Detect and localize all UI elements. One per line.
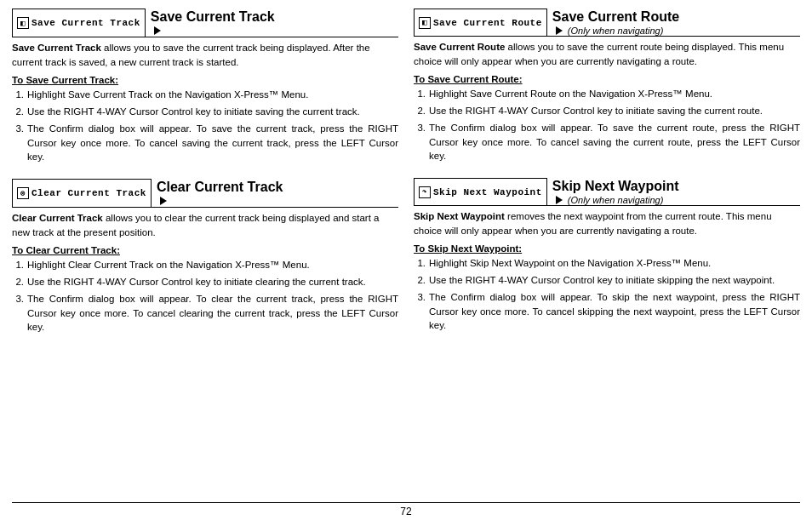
skip-waypoint-subsection-title: To Skip Next Waypoint: — [414, 243, 800, 254]
step-num: 2. — [414, 273, 426, 287]
clear-track-steps: 1. Highlight Clear Current Track on the … — [12, 258, 398, 334]
step-num: 2. — [12, 275, 24, 289]
page: ◧ Save Current Track Save Current Track … — [0, 0, 812, 526]
step-text: Highlight Save Current Route on the Navi… — [429, 87, 800, 100]
skip-waypoint-intro: Skip Next Waypoint removes the next wayp… — [414, 209, 800, 237]
skip-waypoint-step-1: 1. Highlight Skip Next Waypoint on the N… — [414, 256, 800, 270]
step-text: Use the RIGHT 4-WAY Cursor Control key t… — [429, 104, 800, 117]
skip-waypoint-icon: ↷ — [419, 186, 431, 198]
skip-waypoint-arrow — [556, 196, 563, 204]
save-track-title-area: Save Current Track — [146, 9, 398, 37]
page-number: 72 — [400, 506, 411, 517]
save-route-title: Save Current Route — [552, 9, 800, 25]
step-num: 3. — [12, 122, 24, 163]
section-header-save-route: ◧ Save Current Route Save Current Route … — [414, 9, 800, 37]
step-text: The Confirm dialog box will appear. To s… — [429, 290, 800, 332]
save-track-step-1: 1. Highlight Save Current Track on the N… — [12, 88, 398, 101]
save-track-step-3: 3. The Confirm dialog box will appear. T… — [12, 122, 398, 163]
section-header-save-track: ◧ Save Current Track Save Current Track — [12, 9, 398, 37]
left-column: ◧ Save Current Track Save Current Track … — [12, 9, 398, 499]
clear-track-title: Clear Current Track — [157, 179, 398, 195]
save-route-arrow — [556, 26, 563, 35]
clear-track-arrow-row — [157, 195, 398, 207]
save-current-route-section: ◧ Save Current Route Save Current Route … — [414, 9, 800, 166]
clear-track-arrow — [160, 197, 167, 205]
step-num: 1. — [414, 256, 426, 270]
section-header-clear-track: ⊗ Clear Current Track Clear Current Trac… — [12, 179, 398, 208]
skip-waypoint-title-area: Skip Next Waypoint (Only when navigating… — [547, 178, 800, 206]
clear-track-title-area: Clear Current Track — [152, 179, 398, 208]
clear-current-track-section: ⊗ Clear Current Track Clear Current Trac… — [12, 179, 398, 337]
save-route-title-area: Save Current Route (Only when navigating… — [547, 9, 800, 37]
skip-waypoint-intro-bold: Skip Next Waypoint — [414, 211, 505, 221]
step-num: 2. — [12, 105, 24, 118]
step-num: 1. — [12, 88, 24, 101]
step-text: The Confirm dialog box will appear. To s… — [429, 121, 800, 163]
clear-track-intro-bold: Clear Current Track — [12, 213, 103, 223]
save-track-arrow-row — [151, 25, 398, 37]
save-route-step-1: 1. Highlight Save Current Route on the N… — [414, 87, 800, 100]
step-num: 3. — [12, 292, 24, 334]
save-track-icon: ◧ — [17, 17, 29, 29]
page-footer: 72 — [12, 502, 800, 519]
step-num: 1. — [12, 258, 24, 272]
clear-track-step-1: 1. Highlight Clear Current Track on the … — [12, 258, 398, 272]
skip-waypoint-step-2: 2. Use the RIGHT 4-WAY Cursor Control ke… — [414, 273, 800, 287]
step-num: 2. — [414, 104, 426, 117]
save-route-icon: ◧ — [419, 17, 431, 29]
clear-track-subsection-title: To Clear Current Track: — [12, 245, 398, 255]
save-route-step-2: 2. Use the RIGHT 4-WAY Cursor Control ke… — [414, 104, 800, 117]
save-track-badge-text: Save Current Track — [31, 18, 140, 28]
save-track-step-2: 2. Use the RIGHT 4-WAY Cursor Control ke… — [12, 105, 398, 118]
step-num: 3. — [414, 290, 426, 332]
step-text: Use the RIGHT 4-WAY Cursor Control key t… — [429, 273, 800, 287]
save-track-arrow — [154, 26, 161, 35]
clear-track-step-3: 3. The Confirm dialog box will appear. T… — [12, 292, 398, 334]
section-header-skip-waypoint: ↷ Skip Next Waypoint Skip Next Waypoint … — [414, 178, 800, 206]
skip-waypoint-title: Skip Next Waypoint — [552, 178, 800, 194]
save-track-steps: 1. Highlight Save Current Track on the N… — [12, 88, 398, 164]
skip-waypoint-step-3: 3. The Confirm dialog box will appear. T… — [414, 290, 800, 332]
step-text: Highlight Skip Next Waypoint on the Navi… — [429, 256, 800, 270]
right-column: ◧ Save Current Route Save Current Route … — [414, 9, 800, 499]
step-text: The Confirm dialog box will appear. To s… — [27, 122, 398, 163]
save-track-intro: Save Current Track allows you to save th… — [12, 41, 398, 69]
save-route-subsection-title: To Save Current Route: — [414, 74, 800, 84]
save-track-subsection-title: To Save Current Track: — [12, 75, 398, 85]
content-columns: ◧ Save Current Track Save Current Track … — [12, 9, 800, 499]
save-route-intro: Save Current Route allows you to save th… — [414, 40, 800, 68]
step-num: 3. — [414, 121, 426, 163]
step-text: The Confirm dialog box will appear. To c… — [27, 292, 398, 334]
skip-waypoint-steps: 1. Highlight Skip Next Waypoint on the N… — [414, 256, 800, 333]
save-route-step-3: 3. The Confirm dialog box will appear. T… — [414, 121, 800, 163]
save-track-badge: ◧ Save Current Track — [12, 9, 146, 37]
clear-track-step-2: 2. Use the RIGHT 4-WAY Cursor Control ke… — [12, 275, 398, 289]
save-route-subtitle: (Only when navigating) — [568, 26, 664, 36]
skip-waypoint-badge: ↷ Skip Next Waypoint — [414, 178, 547, 206]
skip-waypoint-badge-text: Skip Next Waypoint — [433, 187, 542, 197]
clear-track-icon: ⊗ — [17, 187, 29, 199]
step-num: 1. — [414, 87, 426, 100]
clear-track-badge-text: Clear Current Track — [31, 188, 146, 198]
step-text: Highlight Save Current Track on the Navi… — [27, 88, 398, 101]
clear-track-intro: Clear Current Track allows you to clear … — [12, 211, 398, 239]
clear-track-badge: ⊗ Clear Current Track — [12, 179, 152, 208]
save-track-intro-bold: Save Current Track — [12, 43, 101, 53]
save-route-badge: ◧ Save Current Route — [414, 9, 547, 37]
save-route-steps: 1. Highlight Save Current Route on the N… — [414, 87, 800, 163]
save-route-intro-bold: Save Current Route — [414, 42, 505, 52]
save-track-title: Save Current Track — [151, 9, 398, 25]
save-current-track-section: ◧ Save Current Track Save Current Track … — [12, 9, 398, 167]
save-route-badge-text: Save Current Route — [433, 18, 542, 28]
step-text: Use the RIGHT 4-WAY Cursor Control key t… — [27, 275, 398, 289]
step-text: Use the RIGHT 4-WAY Cursor Control key t… — [27, 105, 398, 118]
skip-next-waypoint-section: ↷ Skip Next Waypoint Skip Next Waypoint … — [414, 178, 800, 335]
skip-waypoint-subtitle: (Only when navigating) — [568, 195, 664, 205]
step-text: Highlight Clear Current Track on the Nav… — [27, 258, 398, 272]
